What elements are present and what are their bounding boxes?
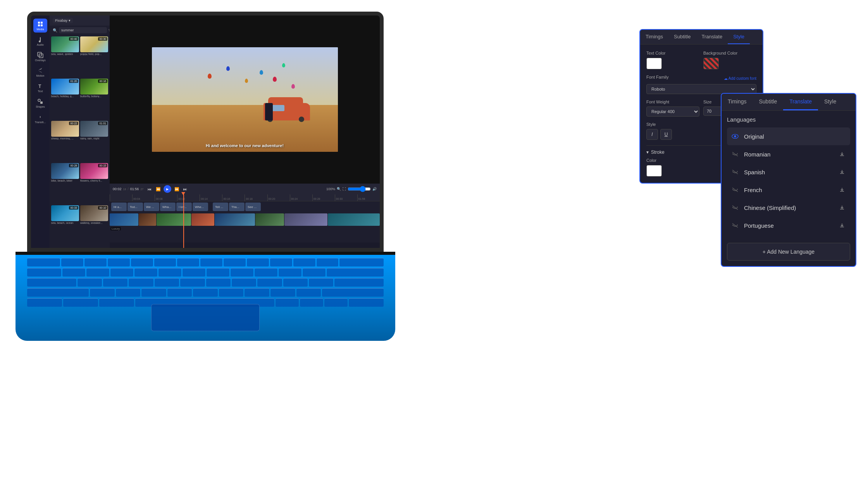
key[interactable] [303,268,326,277]
sidebar-item-overlays[interactable]: Overlays [33,50,47,64]
video-clip[interactable] [139,213,156,226]
video-clip[interactable] [191,213,214,226]
font-weight-select[interactable]: Regular 400 Bold 700 [646,107,699,117]
key[interactable] [255,268,277,277]
key[interactable] [193,288,218,297]
key[interactable] [200,258,222,266]
key[interactable] [108,258,130,266]
add-custom-font-button[interactable]: ☁ Add custom font [724,76,757,81]
language-item-original[interactable]: Original [727,127,850,145]
key[interactable] [296,288,321,297]
key[interactable] [99,298,134,307]
skip-forward-button[interactable]: ⏭ [182,186,188,192]
key[interactable] [322,288,384,297]
key[interactable] [63,298,98,307]
key[interactable] [270,258,292,266]
key[interactable] [206,278,231,287]
search-input[interactable] [59,27,107,33]
zoom-icon[interactable]: 🔍 [337,187,341,191]
key[interactable] [309,278,333,287]
key[interactable] [103,278,127,287]
add-language-button[interactable]: + Add New Language [727,243,850,261]
list-item[interactable]: 00:40 sea, wave, golden [51,36,79,77]
key[interactable] [283,278,308,287]
key[interactable] [293,258,315,266]
key[interactable] [27,288,89,297]
download-icon[interactable] [838,221,846,230]
video-clip[interactable] [284,213,327,226]
key[interactable] [232,278,256,287]
tab-translate-style[interactable]: Translate [696,30,728,44]
key[interactable] [90,288,115,297]
list-item[interactable]: 00:33 sea, beach, ocean [51,205,79,246]
key[interactable] [247,258,269,266]
key[interactable] [116,288,141,297]
subtitle-segment[interactable]: Tod... [127,203,143,211]
list-item[interactable]: 00:30 poppy field, pop... [80,36,108,77]
video-clip[interactable] [110,213,138,226]
source-badge[interactable]: Pixabay ▾ [53,18,73,23]
key[interactable] [110,268,133,277]
key[interactable] [324,298,348,307]
key[interactable] [334,278,384,287]
touchpad[interactable] [151,304,260,331]
sidebar-item-shapes[interactable]: Shapes [33,96,47,110]
list-item[interactable]: 00:28 bike, beach, biker [51,163,79,204]
video-clip[interactable] [215,213,255,226]
volume-icon[interactable]: 🔊 [372,187,377,191]
subtitle-segment[interactable]: Tha... [229,203,245,211]
key[interactable] [27,268,61,277]
key[interactable] [27,298,62,307]
key[interactable] [207,268,229,277]
download-icon[interactable] [838,150,846,158]
key[interactable] [339,258,384,266]
download-icon[interactable] [838,186,846,194]
key[interactable] [245,288,269,297]
tab-style-translate[interactable]: Style [818,94,842,110]
list-item[interactable]: 01:01 rainy, rain, night [80,121,108,162]
video-clip[interactable] [328,213,380,226]
key[interactable] [61,258,83,266]
subtitle-segment[interactable]: Whe... [193,203,208,211]
bg-color-swatch[interactable] [703,58,719,69]
volume-slider[interactable] [348,186,371,192]
tab-subtitle-translate[interactable]: Subtitle [753,94,784,110]
sidebar-item-text[interactable]: T Text [33,81,47,95]
subtitle-segment[interactable]: Hi a... [111,203,127,211]
sidebar-item-motion[interactable]: Motion [33,65,47,79]
sidebar-item-transitions[interactable]: Transiti... [33,112,47,125]
stroke-color-swatch[interactable] [646,165,662,177]
skip-back-button[interactable]: ⏮ [146,186,153,192]
language-item-portuguese[interactable]: Portuguese [727,217,850,234]
key[interactable] [86,268,109,277]
download-icon[interactable] [838,168,846,176]
list-item[interactable]: 00:22 sheep, morning, ... [51,121,79,162]
subtitle-segment[interactable]: We ... [144,203,159,211]
key[interactable] [167,288,192,297]
sidebar-item-media[interactable]: Media [33,19,47,33]
tab-style[interactable]: Style [728,30,750,44]
key[interactable] [231,268,253,277]
sidebar-item-audio[interactable]: Audio [33,34,47,48]
subtitle-segment[interactable]: See ... [245,203,261,211]
key[interactable] [257,278,282,287]
list-item[interactable]: 00:16 butterfly, botany... [80,79,108,120]
italic-button[interactable]: I [646,129,658,140]
key[interactable] [276,298,299,307]
tab-timings-translate[interactable]: Timings [722,94,753,110]
language-item-chinese[interactable]: Chinese (Simplified) [727,199,850,217]
tab-translate[interactable]: Translate [783,94,818,110]
tab-subtitle[interactable]: Subtitle [668,30,696,44]
language-item-french[interactable]: French [727,181,850,199]
key[interactable] [300,298,323,307]
download-icon[interactable] [838,203,846,212]
key[interactable] [317,258,339,266]
list-item[interactable]: 00:10 walking, sneaker... [80,205,108,246]
key[interactable] [154,258,176,266]
underline-button[interactable]: U [660,129,672,140]
key[interactable] [84,258,107,266]
rewind-button[interactable]: ⏪ [155,186,161,192]
key[interactable] [219,288,244,297]
tab-timings[interactable]: Timings [640,30,668,44]
list-item[interactable]: 01:20 beach, holiday, g... [51,79,79,120]
